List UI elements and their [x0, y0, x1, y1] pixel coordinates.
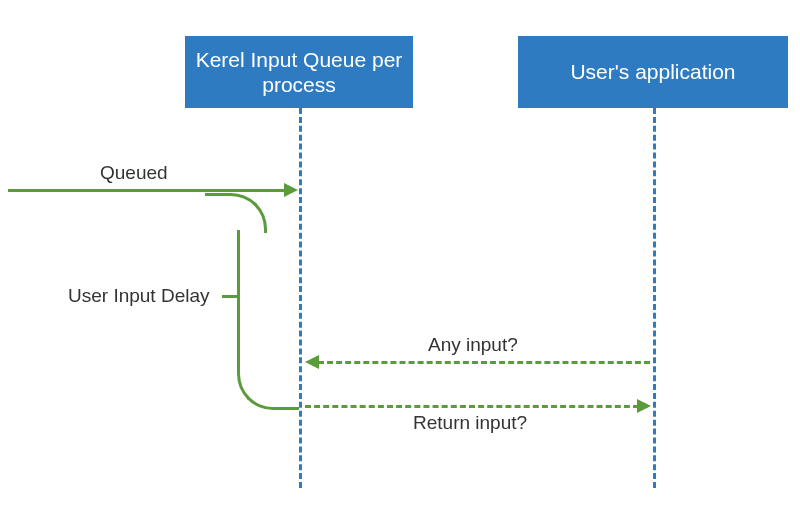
- return-input-label: Return input?: [413, 412, 527, 434]
- delay-curve-bottom: [237, 230, 299, 410]
- kernel-queue-box: Kerel Input Queue per process: [185, 36, 413, 108]
- user-app-box: User's application: [518, 36, 788, 108]
- return-input-arrow-line: [305, 405, 639, 408]
- any-input-arrow-line: [318, 361, 650, 364]
- diagram-canvas: Kerel Input Queue per process User's app…: [0, 0, 800, 525]
- queued-arrow-head: [284, 183, 298, 197]
- queued-label: Queued: [100, 162, 168, 184]
- return-input-arrow-head: [637, 399, 651, 413]
- delay-curve-top: [205, 193, 267, 233]
- queued-arrow-line: [8, 189, 286, 192]
- user-input-delay-label: User Input Delay: [68, 285, 210, 307]
- user-app-lifeline: [653, 108, 656, 488]
- any-input-arrow-head: [305, 355, 319, 369]
- any-input-label: Any input?: [428, 334, 518, 356]
- kernel-queue-lifeline: [299, 108, 302, 488]
